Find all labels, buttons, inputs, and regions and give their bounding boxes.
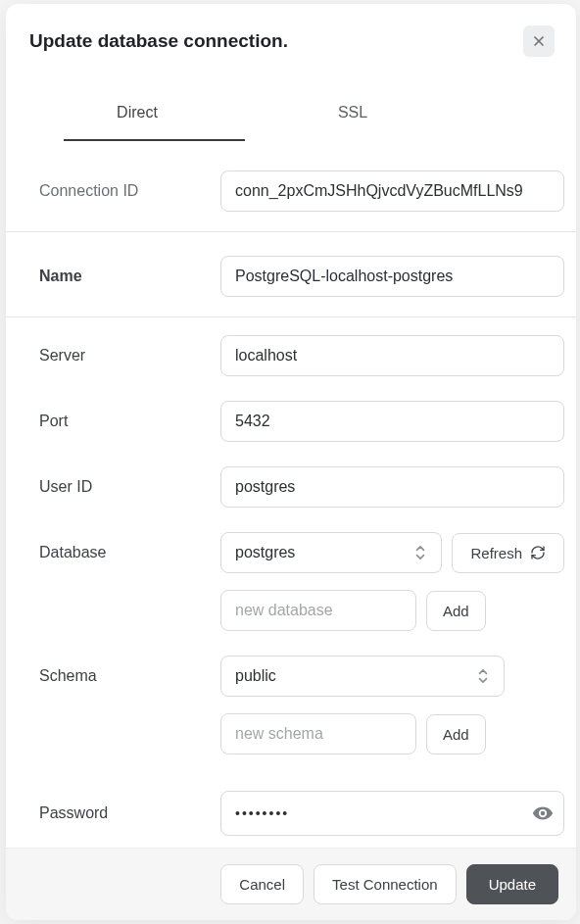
database-select[interactable]: postgres xyxy=(220,532,442,573)
row-user-id: User ID xyxy=(6,455,576,520)
chevron-up-down-icon xyxy=(476,667,490,685)
label-server: Server xyxy=(39,347,220,365)
user-id-input[interactable] xyxy=(220,466,564,508)
modal-body: Connection ID Name Server Port User ID xyxy=(6,141,576,848)
connection-id-input[interactable] xyxy=(220,170,564,212)
close-button[interactable] xyxy=(523,25,555,57)
refresh-label: Refresh xyxy=(470,545,522,561)
refresh-icon xyxy=(530,545,546,560)
row-port: Port xyxy=(6,389,576,455)
modal-footer: Cancel Test Connection Update xyxy=(6,848,576,920)
update-connection-modal: Update database connection. Direct SSL C… xyxy=(6,4,576,920)
server-input[interactable] xyxy=(220,335,564,376)
password-mask: •••••••• xyxy=(235,805,289,821)
label-database: Database xyxy=(39,544,220,561)
schema-select[interactable]: public xyxy=(220,656,505,697)
name-input[interactable] xyxy=(220,256,564,297)
password-input-wrap[interactable]: •••••••• xyxy=(220,791,564,836)
row-new-schema: Add xyxy=(6,709,576,767)
row-password: Password •••••••• xyxy=(6,767,576,848)
new-schema-input[interactable] xyxy=(220,713,416,754)
label-connection-id: Connection ID xyxy=(39,182,220,200)
label-port: Port xyxy=(39,413,220,430)
label-name: Name xyxy=(39,267,220,285)
database-select-value: postgres xyxy=(235,544,295,561)
row-database: Database postgres Refresh xyxy=(6,520,576,586)
label-password: Password xyxy=(39,804,220,822)
close-icon xyxy=(531,33,547,49)
update-button[interactable]: Update xyxy=(466,864,558,904)
label-user-id: User ID xyxy=(39,478,220,496)
tab-list: Direct SSL xyxy=(6,67,576,141)
new-database-input[interactable] xyxy=(220,590,416,631)
test-connection-button[interactable]: Test Connection xyxy=(314,864,457,904)
row-connection-id: Connection ID xyxy=(6,141,576,232)
tab-ssl[interactable]: SSL xyxy=(245,94,460,141)
chevron-up-down-icon xyxy=(413,544,427,561)
add-schema-button[interactable]: Add xyxy=(426,714,486,754)
eye-icon[interactable] xyxy=(532,802,554,824)
row-name: Name xyxy=(6,232,576,317)
cancel-button[interactable]: Cancel xyxy=(220,864,304,904)
label-schema: Schema xyxy=(39,667,220,685)
modal-header: Update database connection. xyxy=(6,4,576,67)
port-input[interactable] xyxy=(220,401,564,442)
refresh-database-button[interactable]: Refresh xyxy=(452,533,564,573)
row-server: Server xyxy=(6,317,576,389)
row-schema: Schema public xyxy=(6,644,576,709)
schema-select-value: public xyxy=(235,667,276,685)
modal-title: Update database connection. xyxy=(29,30,288,52)
tab-direct[interactable]: Direct xyxy=(29,94,245,141)
row-new-database: Add xyxy=(6,586,576,644)
add-database-button[interactable]: Add xyxy=(426,591,486,631)
